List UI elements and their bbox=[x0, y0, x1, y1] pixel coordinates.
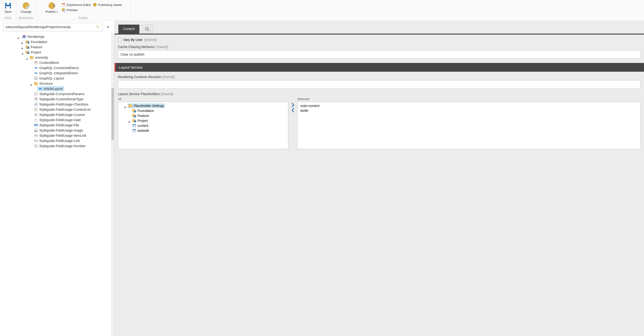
content-panel: Vary By User [shared] Cache Clearing Beh… bbox=[114, 34, 644, 336]
expander[interactable]: ◢ bbox=[21, 52, 24, 55]
vary-by-user-field[interactable]: Vary By User [shared] bbox=[118, 38, 641, 42]
selected-item[interactable]: aside bbox=[298, 108, 640, 113]
tree-item[interactable]: Styleguide-FieldUsage-Custom bbox=[33, 112, 86, 117]
cache-clearing-input[interactable] bbox=[118, 50, 641, 59]
tl-node[interactable]: Project bbox=[131, 118, 149, 123]
treelist-all-box: ◢ Placeholder Settings ▶Foundation ▶Feat… bbox=[118, 102, 288, 149]
expander[interactable]: ◢ bbox=[16, 36, 20, 39]
search-input[interactable] bbox=[6, 25, 96, 29]
check-icon bbox=[34, 102, 38, 106]
folder-blue-icon bbox=[26, 45, 29, 49]
treelist-all-head: All bbox=[118, 97, 288, 101]
tree-item[interactable]: Styleguide-ComponentParams bbox=[33, 91, 86, 96]
ribbon-group-restrictions: Change Restrictions bbox=[16, 0, 36, 20]
experience-editor-button[interactable]: Experience Editor bbox=[60, 2, 92, 7]
ribbon-group-label-publish: Publish bbox=[36, 16, 130, 20]
publishing-viewer-label: Publishing viewer bbox=[98, 3, 122, 7]
expander[interactable]: ◢ bbox=[123, 106, 126, 108]
expander[interactable]: ▶ bbox=[128, 120, 131, 123]
publish-options2: Publishing viewer bbox=[92, 1, 123, 16]
right-tabs: Content bbox=[114, 21, 644, 34]
tree-item[interactable]: Styleguide-FieldUsage-Checkbox bbox=[33, 102, 90, 107]
treelist-arrows: ❯ ❮ bbox=[291, 97, 295, 149]
expander[interactable]: ▶ bbox=[21, 47, 24, 50]
expander[interactable]: ◢ bbox=[25, 57, 28, 60]
content-tree: ◢ Renderings ▶Foundation ▶Feature ◢Proje… bbox=[0, 33, 114, 336]
list-icon bbox=[34, 144, 38, 148]
tl-node[interactable]: Feature bbox=[131, 113, 150, 118]
tree-node-foundation[interactable]: Foundation bbox=[24, 39, 49, 44]
tree-node-renderings[interactable]: Renderings bbox=[21, 34, 46, 39]
scrollbar-thumb[interactable] bbox=[112, 88, 114, 140]
tree-item[interactable]: Styleguide-CustomRouteType bbox=[33, 96, 85, 102]
tl-node[interactable]: webedit bbox=[131, 128, 150, 133]
tree-item[interactable]: ContentBlock bbox=[33, 60, 60, 65]
tree-item[interactable]: Styleguide-FieldUsage-Date bbox=[33, 117, 82, 122]
globe-change-icon bbox=[22, 2, 30, 10]
expander[interactable]: ◢ bbox=[29, 83, 32, 86]
tl-node[interactable]: content bbox=[131, 123, 149, 128]
treelist-selected-box: main-content aside bbox=[297, 102, 641, 149]
tree-node-feature[interactable]: Feature bbox=[24, 44, 44, 50]
add-right-button[interactable]: ❯ bbox=[291, 102, 295, 107]
tree-node-structure[interactable]: Structure bbox=[33, 81, 54, 86]
expander[interactable]: ▶ bbox=[21, 42, 24, 44]
folder-blue-icon bbox=[132, 119, 136, 122]
save-icon bbox=[4, 2, 12, 10]
selected-item[interactable]: main-content bbox=[298, 104, 640, 108]
search-dropdown[interactable]: ▼ bbox=[104, 23, 112, 31]
experience-editor-label: Experience Editor bbox=[67, 3, 91, 7]
ribbon-group-label-write: Write bbox=[0, 16, 16, 20]
image-icon bbox=[34, 128, 38, 132]
tab-search[interactable] bbox=[141, 24, 153, 34]
folder-blue-icon bbox=[26, 40, 29, 44]
tree-item[interactable]: GraphQL-Layout bbox=[33, 76, 65, 81]
tree-node-xmnextjs[interactable]: xmnextjs bbox=[28, 55, 50, 60]
folder-blue-icon bbox=[26, 50, 29, 54]
tree-item[interactable]: Styleguide-FieldUsage-File bbox=[33, 122, 80, 128]
search-bar: ▼ bbox=[0, 21, 114, 33]
chain-icon bbox=[34, 134, 38, 138]
rendering-resolver-input[interactable] bbox=[118, 80, 641, 89]
search-box bbox=[3, 23, 102, 31]
tl-node[interactable]: Foundation bbox=[131, 108, 155, 113]
tree-item[interactable]: Styleguide-FieldUsage-Number bbox=[33, 144, 87, 148]
tree-item[interactable]: Styleguide-FieldUsage-ContentList bbox=[33, 107, 92, 112]
globe-view-icon bbox=[93, 3, 97, 7]
publish-button[interactable]: Publish▼ bbox=[43, 1, 60, 16]
placeholders-treelist: All ◢ Placeholder Settings ▶Foundation ▶… bbox=[118, 97, 641, 149]
tree-item[interactable]: Styleguide-FieldUsage-ItemLink bbox=[33, 133, 88, 138]
placeholders-label: Layout Service Placeholders [shared]: bbox=[118, 92, 641, 96]
change-label: Change bbox=[20, 10, 32, 14]
vary-by-user-checkbox[interactable] bbox=[118, 38, 122, 42]
tl-node-placeholder-settings[interactable]: Placeholder Settings bbox=[128, 104, 165, 108]
tree-item-articlelayout[interactable]: ArticleLayout bbox=[37, 86, 64, 91]
vary-by-user-label: Vary By User bbox=[123, 38, 142, 42]
tree-node-project[interactable]: Project bbox=[24, 50, 42, 55]
gear-icon bbox=[34, 113, 38, 117]
search-icon[interactable] bbox=[96, 25, 100, 29]
left-pane: ▼ ◢ Renderings ▶Foundation ▶Feature bbox=[0, 21, 114, 336]
rect-icon bbox=[38, 87, 42, 91]
preview-button[interactable]: Preview bbox=[60, 8, 78, 12]
clock-icon bbox=[34, 118, 38, 122]
chain-icon bbox=[34, 139, 38, 143]
globe-publish-icon bbox=[48, 2, 56, 10]
calendar-icon bbox=[62, 3, 65, 7]
tree-item[interactable]: GraphQL-ConnectedDemo bbox=[33, 65, 80, 70]
tree-item[interactable]: GraphQL-IntegratedDemo bbox=[33, 70, 79, 76]
shared-hint: [shared] bbox=[144, 38, 156, 42]
publishing-viewer-button[interactable]: Publishing viewer bbox=[92, 2, 123, 7]
tree-item[interactable]: Styleguide-FieldUsage-Link bbox=[33, 138, 81, 144]
tree-item[interactable]: Styleguide-FieldUsage-Image bbox=[33, 128, 84, 133]
ribbon-group-publish: Publish▼ Experience Editor Preview bbox=[36, 0, 131, 20]
content-icon bbox=[34, 61, 38, 64]
tab-content[interactable]: Content bbox=[118, 24, 140, 34]
remove-left-button[interactable]: ❮ bbox=[291, 108, 295, 112]
save-button[interactable]: Save bbox=[2, 1, 14, 16]
section-layout-service[interactable]: Layout Service bbox=[114, 63, 644, 72]
change-button[interactable]: Change bbox=[18, 1, 34, 16]
ribbon: Save Write Change Restrictions Publish▼ bbox=[0, 0, 644, 21]
preview-label: Preview bbox=[67, 8, 78, 12]
tree-scrollbar[interactable] bbox=[111, 33, 114, 336]
